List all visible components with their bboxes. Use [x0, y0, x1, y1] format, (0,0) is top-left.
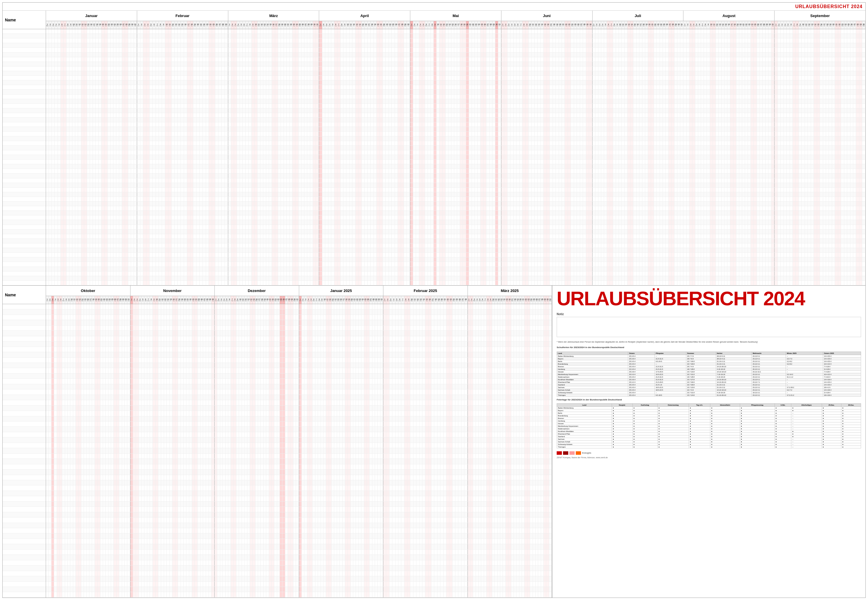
- top-dc-r44-m1-d18: [191, 229, 194, 234]
- top-dc-r26-m8-d25: [847, 146, 850, 150]
- top-dc-r24-m5-d15: [544, 136, 547, 141]
- top-dc-r12-m8-d20: [832, 80, 835, 85]
- top-dc-r24-m7-d25: [754, 136, 756, 141]
- ft-cell-2-4: ●: [689, 412, 710, 414]
- top-dc-r19-m1-d17: [187, 113, 191, 118]
- top-dc-r36-m0-d2: [49, 192, 52, 196]
- top-dc-r47-m4-d3: [416, 243, 419, 248]
- bottom-dc-r36-m4-d5: [395, 491, 398, 496]
- bottom-dc-r54-m1-d13: [164, 587, 167, 592]
- bottom-dc-r47-m0-d25: [111, 549, 114, 554]
- top-dc-r9-m8-d9: [799, 67, 802, 71]
- bottom-dc-r13-m5-d29: [544, 368, 546, 373]
- bottom-dc-r11-m3-d24: [361, 357, 364, 362]
- top-dc-r43-m4-d17: [457, 225, 460, 229]
- top-dc-r10-m6-d19: [645, 71, 648, 76]
- top-dc-r1-m0-d1: [46, 29, 49, 34]
- bottom-dc-r19-m3-d24: [361, 400, 364, 405]
- top-dc-r25-m6-d13: [628, 141, 631, 145]
- top-dc-r2-m8-d12: [808, 34, 811, 38]
- ft-cell-2-8: –: [791, 412, 822, 414]
- bottom-dc-r17-m5-d27: [538, 390, 541, 395]
- bottom-dc-r22-m4-d8: [405, 416, 408, 421]
- bottom-dc-r39-m3-d8: [318, 507, 321, 512]
- top-dc-r1-m8-d3: [781, 29, 784, 34]
- top-dc-r48-m1-d5: [150, 248, 153, 252]
- top-dc-r18-m7-d28: [763, 108, 766, 113]
- top-dc-r7-m7-d11: [713, 57, 716, 62]
- bottom-dc-r34-m0-d13: [79, 480, 81, 485]
- top-dc-r22-m0-d4: [55, 127, 57, 131]
- top-dc-r13-m7-d8: [704, 85, 707, 89]
- bottom-dc-r21-m2-d4: [223, 411, 225, 416]
- top-dc-r45-m3-d9: [343, 234, 346, 238]
- ft-cell-6-3: ●: [657, 422, 688, 425]
- top-dc-r41-m3-d29: [404, 215, 407, 220]
- top-dc-r14-m0-d15: [87, 90, 90, 94]
- top-dc-r2-m8-d16: [820, 34, 823, 38]
- top-dc-r42-m5-d17: [550, 220, 553, 224]
- top-dc-r34-m6-d17: [639, 183, 642, 187]
- bottom-dc-r17-m2-d25: [280, 390, 282, 395]
- bottom-dc-r6-m5-d9: [490, 331, 492, 336]
- top-dc-r2-m8-d6: [790, 34, 793, 38]
- notes-box[interactable]: [557, 317, 861, 337]
- top-dc-r14-m2-d3: [234, 90, 237, 94]
- bottom-dc-r20-m0-d18: [92, 405, 95, 410]
- top-dc-r41-m5-d12: [535, 215, 538, 220]
- top-dc-r11-m7-d19: [736, 76, 739, 80]
- top-dc-r42-m7-d11: [713, 220, 716, 224]
- top-dc-r52-m8-d3: [781, 267, 784, 271]
- bottom-dc-r3-m1-d8: [150, 315, 153, 320]
- top-dc-r21-m8-d11: [805, 122, 808, 127]
- bottom-dc-r29-m5-d22: [525, 453, 527, 458]
- bottom-dc-r37-m0-d23: [105, 496, 108, 501]
- top-dc-r19-m6-d5: [604, 113, 607, 118]
- top-dc-r11-m6-d31: [680, 76, 683, 80]
- top-dc-r18-m2-d22: [290, 108, 293, 113]
- top-dc-r15-m3-d6: [335, 94, 337, 99]
- top-dc-r52-m7-d23: [748, 267, 751, 271]
- bottom-dc-r3-m0-d12: [76, 315, 78, 320]
- top-dc-r18-m5-d14: [541, 108, 544, 113]
- bottom-dc-r26-m5-d5: [479, 438, 481, 442]
- top-dc-r47-m1-d26: [215, 243, 219, 248]
- top-dc-r40-m2-d12: [260, 211, 263, 215]
- top-dc-r49-m7-d26: [757, 253, 760, 257]
- top-dc-r49-m0-d29: [128, 253, 131, 257]
- top-dc-r45-m5-d5: [513, 234, 516, 238]
- top-dc-r36-m3-d21: [380, 192, 383, 196]
- top-dc-r12-m8-d25: [847, 80, 850, 85]
- top-dc-r50-m1-d4: [146, 257, 150, 261]
- top-dc-r50-m1-d3: [143, 257, 146, 261]
- top-dc-r22-m8-d14: [814, 127, 817, 131]
- top-dc-r8-m8-d8: [796, 62, 798, 66]
- top-dc-r2-m8-d21: [835, 34, 838, 38]
- top-dc-r29-m1-d4: [146, 159, 150, 164]
- top-dc-r11-m5-d12: [535, 76, 538, 80]
- top-dc-r43-m8-d13: [811, 225, 814, 229]
- top-dc-r1-m2-d8: [248, 29, 251, 34]
- bottom-dc-r6-m0-d6: [60, 331, 62, 336]
- top-dc-r37-m3-d8: [341, 197, 343, 201]
- top-dc-r12-m3-d12: [352, 80, 355, 85]
- bottom-dc-r39-m1-d2: [133, 507, 136, 512]
- top-dc-r27-m2-d9: [252, 150, 254, 155]
- bottom-dc-r5-m5-d8: [487, 325, 489, 331]
- top-dc-r17-m4-d30: [495, 104, 498, 108]
- bottom-dc-r36-m1-d25: [198, 491, 200, 496]
- top-dc-r48-m6-d31: [680, 248, 683, 252]
- top-dc-r24-m0-d7: [64, 136, 67, 141]
- top-dc-r43-m5-d1: [501, 225, 504, 229]
- top-dc-r34-m0-d28: [125, 183, 128, 187]
- bottom-dc-r11-m1-d21: [186, 357, 189, 362]
- top-dc-r30-m7-d26: [757, 164, 760, 169]
- bottom-dc-r9-m2-d24: [277, 347, 280, 352]
- top-dc-r6-m8-d28: [856, 53, 859, 57]
- top-dc-r7-m8-d20: [832, 57, 835, 62]
- bottom-dc-r48-m2-d8: [234, 555, 236, 560]
- top-dc-r51-m3-d8: [341, 262, 343, 266]
- bottom-dc-r23-m3-d4: [307, 422, 310, 427]
- top-grp-r52-m0: [46, 267, 137, 271]
- top-grp-r36-m7: [684, 192, 775, 196]
